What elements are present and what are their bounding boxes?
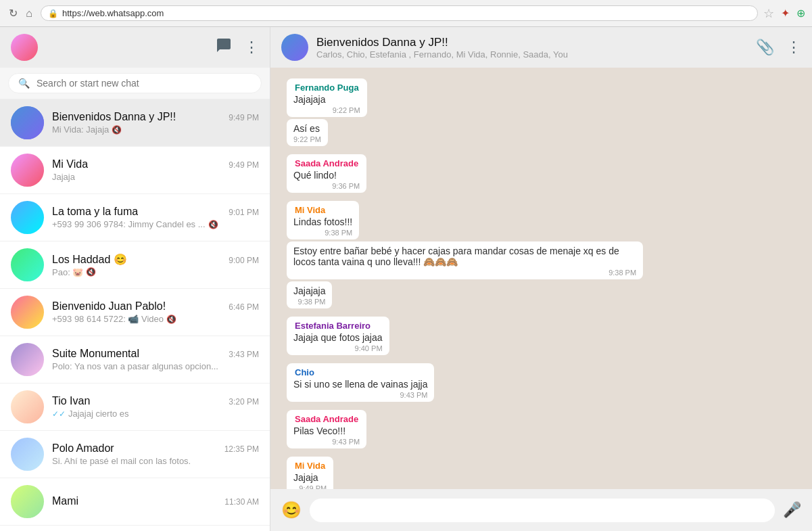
msg-group-saada2: Saada Andrade Pilas Veco!!! 9:43 PM: [287, 410, 796, 448]
chat-name: Mami: [52, 495, 78, 507]
message-input[interactable]: [310, 499, 775, 522]
chat-preview-text: Mi Vida: Jajaja: [52, 124, 109, 135]
chat-item-bienvenidos[interactable]: Bienvenidos Danna y JP!! 9:49 PM Mi Vida…: [0, 99, 270, 147]
forward-icon[interactable]: ⌂: [23, 7, 35, 20]
browser-actions: ☆ ✦ ⊕: [763, 6, 805, 21]
msg-group-mivida2: Mi Vida Jajaja 9:49 PM: [287, 457, 796, 489]
message-bubble: Estoy entre bañar bebé y hacer cajas par…: [287, 241, 643, 279]
chat-header-info: Bienvenidos Danna y JP!! Carlos, Chio, E…: [316, 36, 748, 60]
chat-time: 9:01 PM: [229, 208, 259, 217]
search-input-wrap: 🔍: [8, 73, 262, 93]
msg-text: Jajaja que fotos jajaa: [293, 332, 383, 343]
msg-text: Pilas Veco!!!: [293, 425, 360, 436]
chat-time: 9:49 PM: [229, 113, 259, 122]
sender-name: Saada Andrade: [293, 414, 360, 424]
message-bubble: Mi Vida Lindas fotos!!! 9:38 PM: [287, 201, 359, 239]
msg-group-chio: Chio Si si uno se llena de vainas jajja …: [287, 363, 796, 402]
message-bubble: Así es 9:22 PM: [287, 119, 328, 146]
search-input[interactable]: [37, 78, 252, 89]
chat-main: Bienvenidos Danna y JP!! Carlos, Chio, E…: [270, 27, 812, 531]
chat-item-mami[interactable]: Mami 11:30 AM: [0, 478, 270, 526]
chat-time: 12:35 PM: [224, 444, 259, 454]
msg-group-mivida: Mi Vida Lindas fotos!!! 9:38 PM Estoy en…: [287, 201, 796, 308]
msg-group-estefania: Estefania Barreiro Jajaja que fotos jaja…: [287, 317, 796, 355]
mic-button[interactable]: 🎤: [783, 501, 801, 519]
browser-nav-buttons: ↻ ⌂: [7, 7, 35, 20]
muted-icon: 🔇: [112, 125, 122, 135]
sidebar-header-icons: ⋮: [216, 37, 259, 57]
chat-time: 11:30 AM: [224, 497, 259, 507]
input-area: 😊 🎤: [270, 489, 812, 531]
message-bubble: Fernando Puga Jajajaja 9:22 PM: [287, 78, 367, 117]
chat-time: 3:20 PM: [229, 397, 259, 407]
chat-item-ivan[interactable]: Tio Ivan 3:20 PM ✓✓ Jajajaj cierto es: [0, 384, 270, 431]
msg-time: 9:43 PM: [293, 438, 360, 446]
msg-text: Jajaja: [293, 472, 327, 483]
chat-item-mivida[interactable]: Mi Vida 9:49 PM Jajaja: [0, 147, 270, 194]
sidebar: ⋮ 🔍 Bienvenidos Danna y JP!! 9:49 PM: [0, 27, 270, 531]
back-icon[interactable]: ↻: [7, 7, 19, 20]
chat-preview-text: Polo: Ya nos van a pasar algunas opcion.…: [52, 361, 218, 371]
lock-icon: 🔒: [48, 9, 58, 18]
chat-item-haddad[interactable]: Los Haddad 😊 9:00 PM Pao: 🐷 🔇: [0, 241, 270, 289]
message-bubble: Mi Vida Jajaja 9:49 PM: [287, 457, 333, 489]
message-bubble: Chio Si si uno se llena de vainas jajja …: [287, 363, 434, 402]
chat-item-polo[interactable]: Polo Amador 12:35 PM Si. Ahí te pasé el …: [0, 431, 270, 478]
sender-name: Estefania Barreiro: [293, 321, 383, 331]
msg-time: 9:22 PM: [293, 106, 360, 114]
search-bar: 🔍: [0, 68, 270, 99]
msg-time: 9:22 PM: [293, 135, 321, 143]
app: ⋮ 🔍 Bienvenidos Danna y JP!! 9:49 PM: [0, 27, 812, 531]
chat-preview-text: Pao: 🐷: [52, 267, 83, 277]
message-bubble: Saada Andrade Pilas Veco!!! 9:43 PM: [287, 410, 366, 448]
msg-time: 9:38 PM: [293, 269, 636, 277]
menu-icon[interactable]: ⋮: [244, 39, 259, 56]
muted-icon: 🔇: [208, 220, 218, 229]
chat-name: Polo Amador: [52, 442, 114, 455]
chat-preview-text: Jajaja: [52, 172, 75, 182]
chat-name: La toma y la fuma: [52, 206, 138, 218]
msg-time: 9:49 PM: [293, 484, 327, 489]
chat-item-juanpablo[interactable]: Bienvenido Juan Pablo! 6:46 PM +593 98 6…: [0, 289, 270, 336]
chat-item-toma[interactable]: La toma y la fuma 9:01 PM +593 99 306 97…: [0, 194, 270, 241]
chat-name: Bienvenido Juan Pablo!: [52, 300, 166, 313]
sender-name: Chio: [293, 367, 427, 377]
chat-preview-text: +593 98 614 5722: 📹 Video: [52, 314, 164, 324]
chat-time: 9:00 PM: [229, 256, 259, 265]
msg-text: Qué lindo!: [293, 170, 360, 181]
chat-item-suite[interactable]: Suite Monumental 3:43 PM Polo: Ya nos va…: [0, 336, 270, 384]
star-icon[interactable]: ☆: [763, 6, 774, 21]
chat-header: Bienvenidos Danna y JP!! Carlos, Chio, E…: [270, 27, 812, 68]
msg-group-saada1: Saada Andrade Qué lindo! 9:36 PM: [287, 154, 796, 193]
sidebar-header: ⋮: [0, 27, 270, 68]
chat-list: Bienvenidos Danna y JP!! 9:49 PM Mi Vida…: [0, 99, 270, 531]
message-bubble: Saada Andrade Qué lindo! 9:36 PM: [287, 154, 366, 193]
msg-text: Lindas fotos!!!: [293, 216, 352, 227]
attachment-icon[interactable]: 📎: [756, 39, 774, 56]
chat-name: Suite Monumental: [52, 348, 139, 360]
msg-text: Así es: [293, 123, 321, 134]
url-text: https://web.whatsapp.com: [62, 8, 164, 18]
msg-text: Estoy entre bañar bebé y hacer cajas par…: [293, 246, 636, 267]
chat-preview-text: Si. Ahí te pasé el mail con las fotos.: [52, 456, 191, 466]
chat-header-icons: 📎 ⋮: [756, 39, 801, 56]
chat-header-name: Bienvenidos Danna y JP!!: [316, 36, 748, 49]
new-chat-icon[interactable]: [216, 37, 232, 57]
msg-text: Si si uno se llena de vainas jajja: [293, 379, 427, 390]
muted-icon: 🔇: [86, 267, 96, 277]
sender-name: Saada Andrade: [293, 158, 360, 168]
sender-name: Mi Vida: [293, 205, 352, 215]
ext-icon1[interactable]: ✦: [781, 7, 790, 20]
chat-name: Mi Vida: [52, 158, 88, 170]
chat-preview-text: +593 99 306 9784: Jimmy Candel es ...: [52, 219, 206, 229]
message-bubble: Jajajaja 9:38 PM: [287, 281, 332, 308]
emoji-button[interactable]: 😊: [281, 501, 302, 520]
ext-icon2[interactable]: ⊕: [796, 7, 805, 20]
chat-header-avatar[interactable]: [281, 34, 308, 61]
chat-menu-icon[interactable]: ⋮: [786, 39, 801, 56]
messages-area: Fernando Puga Jajajaja 9:22 PM Así es 9:…: [270, 68, 812, 489]
double-tick-icon: ✓✓: [52, 409, 66, 419]
message-bubble: Estefania Barreiro Jajaja que fotos jaja…: [287, 317, 389, 355]
user-avatar[interactable]: [11, 34, 38, 61]
address-bar[interactable]: 🔒 https://web.whatsapp.com: [41, 5, 758, 21]
